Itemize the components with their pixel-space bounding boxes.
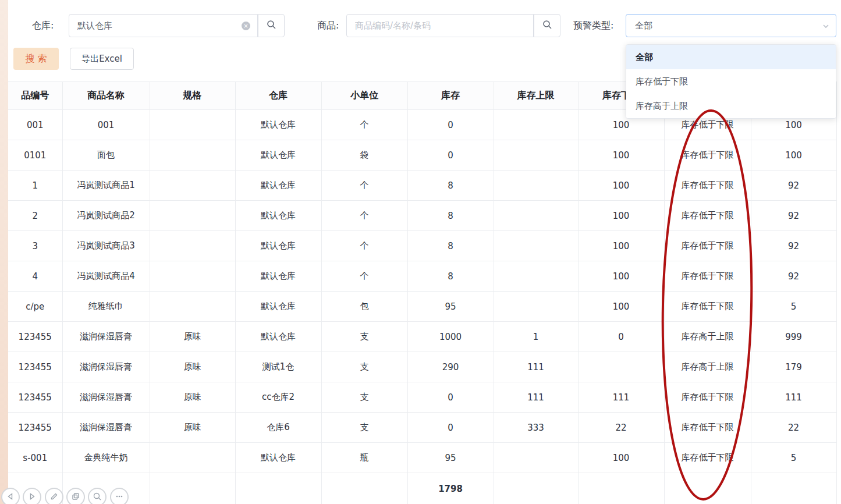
table-cell: 个 — [321, 201, 407, 231]
table-cell: 100 — [578, 261, 664, 292]
table-cell: 金典纯牛奶 — [62, 443, 150, 473]
column-header: 小单位 — [321, 82, 407, 110]
table-cell: 默认仓库 — [235, 171, 321, 201]
table-cell: 92 — [751, 231, 836, 261]
table-cell: 0 — [407, 110, 494, 140]
alert-type-option[interactable]: 全部 — [626, 45, 836, 69]
table-cell: 92 — [751, 201, 836, 231]
table-cell: 4 — [8, 261, 62, 292]
table-cell: 22 — [578, 413, 664, 443]
table-row[interactable]: 4冯岚测试商品4默认仓库个8100库存低于下限92 — [8, 261, 836, 292]
zoom-button[interactable] — [88, 488, 107, 504]
table-cell — [150, 473, 235, 504]
table-cell: 库存高于上限 — [664, 352, 751, 382]
table-cell: 默认仓库 — [235, 110, 321, 140]
table-cell: cc仓库2 — [235, 382, 321, 413]
table-row[interactable]: c/pe纯雅纸巾默认仓库包95100库存低于下限5 — [8, 292, 836, 322]
table-cell: 111 — [751, 382, 836, 413]
warehouse-input[interactable] — [69, 14, 258, 37]
table-row[interactable]: 123455滋润保湿唇膏原味测试1仓支290111库存高于上限179 — [8, 352, 836, 382]
table-row[interactable]: 1冯岚测试商品1默认仓库个8100库存低于下限92 — [8, 171, 836, 201]
table-cell: 100 — [751, 140, 836, 171]
table-cell: 测试1仓 — [235, 352, 321, 382]
table-cell: 100 — [578, 171, 664, 201]
inventory-table: 品编号商品名称规格仓库小单位库存库存上限库存下限 001001默认仓库个0100… — [8, 81, 837, 504]
table-cell — [494, 231, 578, 261]
warehouse-search-button[interactable] — [258, 14, 285, 37]
chevron-down-icon — [822, 22, 830, 33]
table-cell: 冯岚测试商品2 — [62, 201, 150, 231]
table-cell: 3 — [8, 231, 62, 261]
table-cell: s-001 — [8, 443, 62, 473]
column-header: 库存 — [407, 82, 494, 110]
table-cell: 0 — [407, 413, 494, 443]
table-cell — [494, 261, 578, 292]
pencil-button[interactable] — [45, 488, 63, 504]
table-cell: 0 — [407, 140, 494, 171]
table-cell: 滋润保湿唇膏 — [62, 382, 150, 413]
table-cell: 瓶 — [321, 443, 407, 473]
table-cell: 0 — [407, 382, 494, 413]
more-button[interactable] — [110, 488, 129, 504]
table-cell — [235, 473, 321, 504]
table-row[interactable]: 123455滋润保湿唇膏原味默认仓库支100010库存高于上限999 — [8, 322, 836, 352]
table-cell: 原味 — [150, 382, 235, 413]
table-cell: 123455 — [8, 382, 62, 413]
search-button[interactable]: 搜 索 — [13, 48, 59, 70]
copy-button[interactable] — [66, 488, 85, 504]
table-cell: 面包 — [62, 140, 150, 171]
previous-icon — [6, 492, 15, 503]
product-input[interactable] — [346, 14, 534, 37]
table-row[interactable]: 123455滋润保湿唇膏原味仓库6支033322库存低于下限22 — [8, 413, 836, 443]
more-icon — [115, 492, 124, 503]
table-row[interactable]: 3冯岚测试商品3默认仓库个8100库存低于下限92 — [8, 231, 836, 261]
table-cell: 100 — [578, 201, 664, 231]
table-cell: 999 — [751, 322, 836, 352]
table-cell: 冯岚测试商品1 — [62, 171, 150, 201]
table-row[interactable]: 123455滋润保湿唇膏原味cc仓库2支0111111库存低于下限111 — [8, 382, 836, 413]
table-cell: 默认仓库 — [235, 292, 321, 322]
copy-icon — [71, 492, 80, 503]
table-cell: 库存低于下限 — [664, 292, 751, 322]
table-cell: 8 — [407, 201, 494, 231]
table-cell: 001 — [8, 110, 62, 140]
table-cell: 92 — [751, 261, 836, 292]
clear-icon[interactable]: × — [242, 22, 250, 30]
column-header: 库存上限 — [494, 82, 578, 110]
table-cell: 支 — [321, 413, 407, 443]
table-cell: 100 — [578, 443, 664, 473]
table-cell — [578, 352, 664, 382]
alert-type-dropdown: 全部库存低于下限库存高于上限 — [626, 44, 836, 119]
table-cell: 库存低于下限 — [664, 443, 751, 473]
column-header: 仓库 — [235, 82, 321, 110]
screen: 仓库: × 商品: 预警类型: 全部 — [0, 0, 841, 504]
table-cell: 22 — [751, 413, 836, 443]
alert-type-option[interactable]: 库存高于上限 — [626, 94, 836, 118]
table-cell — [494, 171, 578, 201]
product-search-button[interactable] — [534, 14, 560, 37]
table-cell: 1000 — [407, 322, 494, 352]
table-cell — [494, 110, 578, 140]
table-cell: 100 — [578, 140, 664, 171]
table-cell: 个 — [321, 110, 407, 140]
table-cell: 仓库6 — [235, 413, 321, 443]
table-cell: 默认仓库 — [235, 201, 321, 231]
table-row[interactable]: 0101面包默认仓库袋0100库存低于下限100 — [8, 140, 836, 171]
product-label: 商品: — [317, 14, 339, 37]
alert-type-option[interactable]: 库存低于下限 — [626, 69, 836, 94]
alert-type-select[interactable]: 全部 — [626, 14, 836, 37]
export-excel-button[interactable]: 导出Excel — [70, 48, 134, 70]
total-stock-value: 1798 — [407, 473, 494, 504]
column-header: 品编号 — [8, 82, 62, 110]
table-row[interactable]: s-001金典纯牛奶默认仓库瓶95100库存低于下限5 — [8, 443, 836, 473]
table-cell: 8 — [407, 261, 494, 292]
column-header: 商品名称 — [62, 82, 150, 110]
table-row[interactable]: 2冯岚测试商品2默认仓库个8100库存低于下限92 — [8, 201, 836, 231]
column-header: 规格 — [150, 82, 235, 110]
table-cell: 支 — [321, 322, 407, 352]
table-cell — [150, 110, 235, 140]
previous-button[interactable] — [1, 488, 20, 504]
table-cell — [494, 473, 578, 504]
next-button[interactable] — [23, 488, 41, 504]
table-cell: 库存低于下限 — [664, 201, 751, 231]
